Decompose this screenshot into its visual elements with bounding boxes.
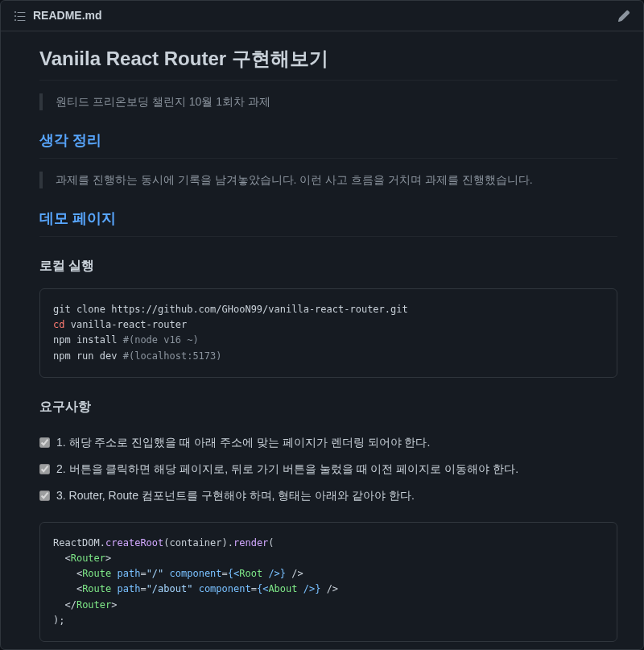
thoughts-heading: 생각 정리 — [39, 130, 617, 159]
readme-content: Vaniila React Router 구현해보기 원티드 프리온보딩 챌린지… — [1, 31, 643, 650]
task-label: 2. 버튼을 클릭하면 해당 페이지로, 뒤로 가기 버튼을 눌렀을 때 이전 … — [56, 461, 518, 478]
filename: README.md — [33, 7, 102, 24]
task-checkbox — [39, 464, 50, 474]
task-item-3: 3. Router, Route 컴포넌트를 구현해야 하며, 형태는 아래와 … — [39, 482, 617, 509]
localrun-heading: 로컬 실행 — [39, 256, 617, 275]
task-label: 3. Router, Route 컴포넌트를 구현해야 하며, 형태는 아래와 … — [56, 487, 415, 504]
page-title: Vaniila React Router 구현해보기 — [39, 44, 617, 81]
requirements-heading: 요구사항 — [39, 397, 617, 416]
router-code: ReactDOM.createRoot(container).render( <… — [39, 522, 617, 642]
readme-container: README.md Vaniila React Router 구현해보기 원티드… — [0, 0, 644, 650]
header-left: README.md — [14, 7, 102, 24]
thoughts-quote: 과제를 진행하는 동시에 기록을 남겨놓았습니다. 이런 사고 흐름을 거치며 … — [39, 172, 617, 188]
task-checkbox — [39, 491, 50, 501]
task-item-2: 2. 버튼을 클릭하면 해당 페이지로, 뒤로 가기 버튼을 눌렀을 때 이전 … — [39, 456, 617, 482]
task-item-1: 1. 해당 주소로 진입했을 때 아래 주소에 맞는 페이지가 렌더링 되어야 … — [39, 429, 617, 456]
install-code: git clone https://github.com/GHooN99/van… — [39, 288, 617, 378]
subtitle-quote: 원티드 프리온보딩 챌린지 10월 1회차 과제 — [39, 93, 617, 110]
demo-heading: 데모 페이지 — [39, 208, 617, 237]
task-label: 1. 해당 주소로 진입했을 때 아래 주소에 맞는 페이지가 렌더링 되어야 … — [56, 434, 430, 451]
task-checkbox — [39, 437, 50, 448]
thoughts-link[interactable]: 생각 정리 — [39, 132, 101, 148]
thoughts-text: 과제를 진행하는 동시에 기록을 남겨놓았습니다. 이런 사고 흐름을 거치며 … — [56, 172, 605, 188]
toc-icon[interactable] — [14, 10, 27, 23]
file-header: README.md — [1, 1, 643, 31]
subtitle-text: 원티드 프리온보딩 챌린지 10월 1회차 과제 — [56, 93, 605, 110]
demo-link[interactable]: 데모 페이지 — [39, 210, 116, 226]
task-list: 1. 해당 주소로 진입했을 때 아래 주소에 맞는 페이지가 렌더링 되어야 … — [39, 429, 617, 509]
edit-icon[interactable] — [617, 10, 630, 23]
